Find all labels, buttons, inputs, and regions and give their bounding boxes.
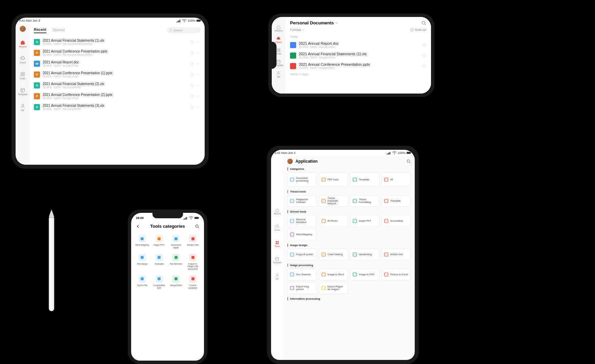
tool-card[interactable]: Translate	[382, 195, 411, 207]
tool-card[interactable]: Kingsoft poster	[287, 249, 317, 260]
file-type-icon: S	[34, 39, 40, 45]
tool-item[interactable]: Super PPT	[151, 235, 167, 249]
star-icon[interactable]	[190, 105, 194, 109]
tab-starred[interactable]: Starred	[53, 28, 65, 33]
nav-cloud[interactable]: Cloud	[275, 37, 282, 43]
file-meta: 20.3KB · 03/05 · Google Drive	[299, 45, 419, 48]
nav-template[interactable]: Template	[273, 257, 282, 264]
star-icon[interactable]	[190, 51, 194, 55]
file-row[interactable]: 2021 Annual Conference Presentation.pptx…	[290, 61, 426, 71]
tool-card[interactable]: Thesis Formatting	[350, 195, 379, 207]
tool-card[interactable]: Super PPT	[350, 215, 379, 227]
tool-card[interactable]: Export Pages as images	[319, 282, 348, 294]
tool-item[interactable]: Mind Mapping	[135, 235, 150, 249]
tool-card[interactable]: Picture to Excel	[382, 269, 411, 280]
tool-card[interactable]: Thesis Duplicate Reducti...	[319, 195, 348, 207]
file-row[interactable]: P 2021 Annual Conference Presentation (2…	[34, 91, 201, 102]
tool-item[interactable]: Extract Text	[185, 235, 201, 249]
search-placeholder: Search	[174, 29, 182, 32]
file-row[interactable]: S 2021 Annual Financial Statements (1).x…	[34, 37, 201, 47]
file-row[interactable]: 2021 Annual Report.doc20.3KB · 03/05 · G…	[290, 40, 426, 50]
nav-me[interactable]: Me	[276, 71, 281, 78]
search-icon[interactable]	[407, 159, 411, 163]
card-icon	[321, 252, 326, 257]
file-row[interactable]: S 2021 Annual Financial Statements (3).x…	[34, 102, 201, 113]
tool-item[interactable]: Document repair	[168, 235, 184, 249]
more-icon[interactable]: ⋯	[197, 95, 201, 98]
nav-recent[interactable]: Recent	[19, 40, 26, 48]
tool-card[interactable]: Resume Assistant	[287, 215, 317, 227]
tool-card[interactable]: Mind Mapping	[287, 229, 317, 240]
tool-item[interactable]: Invoice assistant	[185, 275, 201, 289]
star-icon[interactable]	[190, 73, 194, 77]
file-row[interactable]: W 2021 Annual Report.doc20.3KB · 03/05 ·…	[34, 58, 201, 69]
star-icon[interactable]	[190, 40, 194, 44]
avatar[interactable]	[287, 159, 293, 164]
tool-card[interactable]: Document processing	[287, 173, 317, 187]
formats-filter[interactable]: Formats	[290, 28, 305, 32]
check-circle-icon	[410, 28, 414, 32]
nav-recent[interactable]: Recent	[275, 25, 282, 32]
tool-card[interactable]: Doc Scanner	[287, 269, 317, 280]
star-icon[interactable]	[190, 83, 194, 87]
tool-card[interactable]: ID Photo	[319, 215, 348, 227]
tool-card[interactable]: Plagiarism Checker	[287, 195, 317, 207]
star-icon[interactable]	[422, 43, 426, 47]
tool-item[interactable]: Cooperative Edit	[151, 275, 167, 289]
tool-card[interactable]: All	[382, 173, 411, 187]
tool-item[interactable]: mergeSheet	[168, 275, 184, 289]
multiselect-toggle[interactable]: Multi-sel	[410, 28, 426, 32]
nav-recent[interactable]: Recent	[274, 208, 281, 215]
avatar[interactable]	[20, 26, 26, 32]
more-icon[interactable]: ⋯	[197, 40, 201, 44]
tool-card[interactable]: Chart Making	[319, 249, 348, 260]
nav-me[interactable]: Me	[20, 104, 25, 112]
svg-rect-28	[175, 237, 178, 240]
file-row[interactable]: S 2021 Annual Financial Statements (2).x…	[34, 80, 201, 91]
nav-me[interactable]: Me	[275, 273, 279, 280]
more-icon[interactable]: ⋯	[197, 105, 201, 109]
star-icon[interactable]	[190, 62, 194, 66]
nav-tools[interactable]: Tools	[276, 48, 281, 55]
file-row[interactable]: 2021 Annual Financial Statements (1).xls…	[290, 50, 426, 61]
tool-card[interactable]: handwriting	[350, 249, 379, 260]
star-icon[interactable]	[190, 94, 194, 98]
back-icon[interactable]	[136, 224, 140, 228]
file-name: 2021 Annual Conference Presentation.pptx	[43, 49, 187, 53]
search-icon[interactable]	[422, 21, 426, 25]
star-icon[interactable]	[422, 64, 426, 68]
tool-icon	[139, 235, 146, 242]
tool-card[interactable]: Artistic font	[382, 249, 411, 260]
svg-line-48	[410, 162, 411, 163]
nav-template[interactable]: Template	[18, 88, 27, 96]
search-input[interactable]: Search	[167, 27, 201, 33]
tool-item[interactable]: Audio File	[135, 275, 150, 289]
nav-cloud[interactable]: Cloud	[274, 224, 280, 231]
nav-tools[interactable]: Tools	[274, 241, 280, 247]
tool-icon	[189, 254, 197, 261]
tool-item[interactable]: Translate	[151, 254, 167, 270]
tool-card[interactable]: Accounting	[382, 215, 411, 227]
tool-card[interactable]: Template	[350, 173, 379, 187]
more-icon[interactable]: ⋯	[197, 51, 201, 55]
file-row[interactable]: P 2021 Annual Conference Presentation.pp…	[34, 47, 201, 58]
tool-card[interactable]: Export long picture	[287, 282, 317, 294]
more-icon[interactable]: ⋯	[197, 73, 201, 77]
nav-tools[interactable]: Tools	[20, 72, 25, 80]
tool-item[interactable]: File Merge	[135, 254, 150, 270]
tool-card[interactable]: PDF tools	[319, 173, 348, 187]
nav-cloud[interactable]: Cloud	[20, 56, 26, 64]
tool-label: File Slimmer	[170, 263, 182, 267]
tool-card[interactable]: Image to Word	[319, 269, 348, 280]
tool-item[interactable]: File Slimmer	[168, 254, 184, 270]
star-icon[interactable]	[422, 54, 426, 58]
more-icon[interactable]: ⋯	[197, 62, 201, 66]
tool-card[interactable]: Image to PDF	[350, 269, 379, 280]
tab-recent[interactable]: Recent	[34, 27, 46, 33]
tool-item[interactable]: Export to image-only document	[185, 254, 201, 270]
search-icon[interactable]	[195, 224, 199, 228]
page-title[interactable]: Personal Documents	[290, 20, 338, 25]
file-row[interactable]: P 2021 Annual Conference Presentation (1…	[34, 69, 201, 80]
tool-label: Audio File	[137, 284, 147, 289]
more-icon[interactable]: ⋯	[197, 84, 201, 87]
